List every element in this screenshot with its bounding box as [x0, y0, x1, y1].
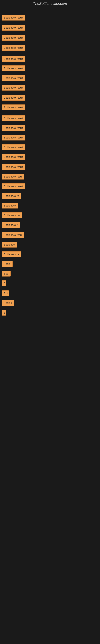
bottleneck-item-11: Bottleneck result	[1, 125, 25, 131]
bottleneck-item-3: Bottleneck result	[1, 45, 25, 51]
bottleneck-item-10: Bottleneck result	[1, 115, 25, 121]
vertical-bar-0	[1, 330, 1, 346]
bottleneck-item-21: Bottleneck r	[1, 222, 20, 228]
bottleneck-item-23: Bottlenec	[1, 242, 17, 248]
bottleneck-item-7: Bottleneck result	[1, 85, 25, 90]
bottleneck-item-26: Bott	[1, 271, 11, 276]
site-title: TheBottlenecker.com	[0, 0, 100, 8]
vertical-bar-6	[1, 631, 1, 644]
bottleneck-item-15: Bottleneck result	[1, 164, 25, 170]
bottleneck-item-30: B	[1, 310, 6, 316]
bottleneck-item-14: Bottleneck result	[1, 154, 25, 160]
vertical-bar-5	[1, 531, 1, 543]
bottleneck-item-1: Bottleneck result	[1, 25, 25, 30]
bottleneck-item-27: B	[1, 280, 6, 286]
vertical-bar-1	[1, 360, 1, 376]
bottleneck-item-12: Bottleneck result	[1, 135, 25, 140]
bottleneck-item-29: Bottlen	[1, 300, 14, 306]
bottleneck-item-2: Bottleneck result	[1, 35, 25, 41]
vertical-bar-4	[1, 480, 1, 492]
bottleneck-item-16: Bottleneck resu	[1, 174, 24, 180]
vertical-bar-3	[1, 420, 1, 436]
bottleneck-item-24: Bottleneck re	[1, 251, 21, 257]
bottleneck-item-22: Bottleneck resu	[1, 232, 24, 238]
bottleneck-item-20: Bottleneck res	[1, 212, 22, 218]
bottleneck-item-28: Bot	[1, 290, 9, 296]
bottleneck-item-18: Bottleneck re	[1, 193, 21, 199]
bottleneck-item-4: Bottleneck result	[1, 56, 25, 62]
bottleneck-item-5: Bottleneck result	[1, 66, 25, 71]
bottleneck-item-6: Bottleneck result	[1, 75, 25, 81]
bottleneck-item-17: Bottleneck result	[1, 183, 25, 189]
bottleneck-item-8: Bottleneck result	[1, 95, 25, 100]
bottleneck-item-13: Bottleneck result	[1, 144, 25, 150]
bottleneck-item-19: Bottleneck	[1, 203, 18, 208]
bottleneck-item-25: Bottle	[1, 261, 13, 267]
bottleneck-items-container: Bottleneck resultBottleneck resultBottle…	[0, 8, 100, 644]
vertical-bar-2	[1, 390, 1, 406]
bottleneck-item-0: Bottleneck result	[1, 15, 25, 20]
bottleneck-item-9: Bottleneck result	[1, 104, 25, 110]
